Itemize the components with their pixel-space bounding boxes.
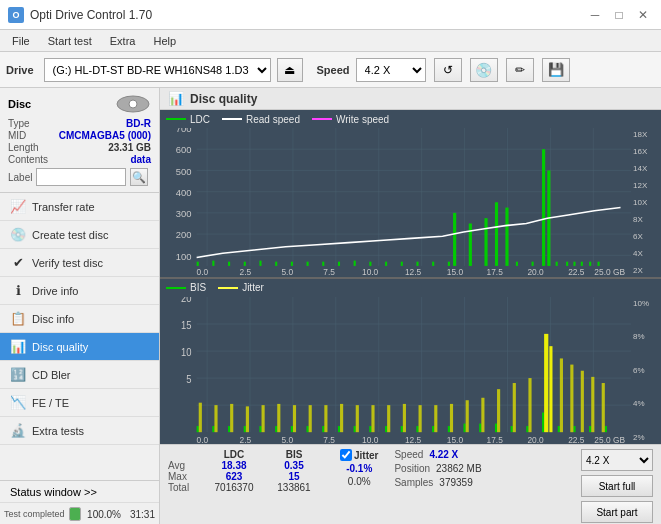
menubar: File Start test Extra Help (0, 30, 661, 52)
cd-bler-icon: 🔢 (10, 367, 26, 383)
svg-rect-92 (259, 426, 261, 432)
menu-start-test[interactable]: Start test (40, 33, 100, 49)
svg-rect-95 (307, 426, 309, 432)
svg-text:2.5: 2.5 (240, 267, 252, 276)
chart2-legend: BIS Jitter (160, 279, 661, 297)
svg-rect-29 (244, 262, 246, 266)
sidebar-item-extra-tests[interactable]: 🔬 Extra tests (0, 417, 159, 445)
speed-select-stats[interactable]: 4.2 X (581, 449, 653, 471)
chart2-svg: 20 15 10 5 (160, 297, 631, 444)
sidebar-item-disc-info[interactable]: 📋 Disc info (0, 305, 159, 333)
svg-rect-129 (419, 405, 422, 432)
svg-text:5: 5 (186, 373, 192, 385)
svg-rect-98 (354, 426, 356, 432)
svg-rect-27 (212, 261, 214, 266)
svg-text:5.0: 5.0 (281, 267, 293, 276)
svg-rect-121 (293, 405, 296, 432)
disc-icon-button[interactable]: 💿 (470, 58, 498, 82)
svg-text:500: 500 (176, 166, 192, 177)
menu-help[interactable]: Help (145, 33, 184, 49)
nav-list: 📈 Transfer rate 💿 Create test disc ✔ Ver… (0, 193, 159, 480)
status-window-button[interactable]: Status window >> (0, 481, 159, 503)
legend-write-speed: Write speed (312, 114, 389, 125)
start-full-button[interactable]: Start full (581, 475, 653, 497)
svg-rect-94 (291, 426, 293, 432)
chart1-legend: LDC Read speed Write speed (160, 110, 661, 128)
svg-rect-100 (385, 426, 387, 432)
svg-rect-104 (448, 426, 450, 432)
app-title: Opti Drive Control 1.70 (30, 8, 152, 22)
speed-select[interactable]: 4.2 X (356, 58, 426, 82)
eject-button[interactable]: ⏏ (277, 58, 303, 82)
refresh-button[interactable]: ↺ (434, 58, 462, 82)
sidebar-item-create-test-disc[interactable]: 💿 Create test disc (0, 221, 159, 249)
content-header-title: Disc quality (190, 92, 257, 106)
svg-rect-26 (197, 262, 199, 266)
svg-rect-112 (573, 426, 575, 432)
jitter-checkbox[interactable] (340, 449, 352, 461)
max-label: Max (168, 471, 204, 482)
transfer-rate-icon: 📈 (10, 199, 26, 215)
drive-label: Drive (6, 64, 34, 76)
speed-position-section: Speed 4.22 X Position 23862 MB Samples 3… (394, 449, 481, 488)
legend-read-speed: Read speed (222, 114, 300, 125)
svg-rect-103 (432, 426, 434, 432)
svg-text:17.5: 17.5 (487, 267, 504, 276)
disc-quality-icon: 📊 (10, 339, 26, 355)
bis-header: BIS (264, 449, 324, 460)
legend-write-speed-color (312, 118, 332, 120)
svg-rect-139 (560, 358, 563, 432)
speed-stat-value: 4.22 X (429, 449, 458, 460)
svg-rect-118 (246, 406, 249, 432)
menu-file[interactable]: File (4, 33, 38, 49)
avg-label: Avg (168, 460, 204, 471)
svg-rect-108 (511, 426, 513, 432)
menu-extra[interactable]: Extra (102, 33, 144, 49)
svg-text:12.5: 12.5 (405, 267, 422, 276)
disc-info-icon: 📋 (10, 311, 26, 327)
svg-rect-143 (602, 383, 605, 432)
svg-rect-131 (450, 403, 453, 431)
label-search-button[interactable]: 🔍 (130, 168, 148, 186)
save-button[interactable]: 💾 (542, 58, 570, 82)
progress-bar (69, 507, 81, 521)
drive-select[interactable]: (G:) HL-DT-ST BD-RE WH16NS48 1.D3 (44, 58, 271, 82)
sidebar-item-transfer-rate[interactable]: 📈 Transfer rate (0, 193, 159, 221)
close-button[interactable]: ✕ (633, 5, 653, 25)
svg-text:20.0: 20.0 (527, 434, 543, 444)
disc-label-input[interactable] (36, 168, 126, 186)
position-value: 23862 MB (436, 463, 482, 474)
ldc-header: LDC (204, 449, 264, 460)
svg-rect-91 (244, 426, 246, 432)
type-label: Type (8, 118, 30, 129)
total-label: Total (168, 482, 204, 493)
titlebar: O Opti Drive Control 1.70 ─ □ ✕ (0, 0, 661, 30)
statusbar: Status window >> Test completed 100.0% 3… (0, 480, 159, 524)
edit-icon-button[interactable]: ✏ (506, 58, 534, 82)
action-section: 4.2 X Start full Start part (581, 449, 653, 523)
chart1-right-axis: 18X 16X 14X 12X 10X 8X 6X 4X 2X (631, 128, 661, 277)
status-window-label: Status window >> (10, 486, 97, 498)
sidebar-item-drive-info[interactable]: ℹ Drive info (0, 277, 159, 305)
minimize-button[interactable]: ─ (585, 5, 605, 25)
time-text: 31:31 (125, 509, 155, 520)
sidebar-item-fe-te[interactable]: 📉 FE / TE (0, 389, 159, 417)
disc-label-label: Label (8, 172, 32, 183)
sidebar-item-cd-bler[interactable]: 🔢 CD Bler (0, 361, 159, 389)
disc-icon (115, 94, 151, 114)
svg-text:25.0 GB: 25.0 GB (594, 434, 625, 444)
maximize-button[interactable]: □ (609, 5, 629, 25)
svg-rect-135 (513, 383, 516, 432)
svg-text:7.5: 7.5 (323, 267, 335, 276)
sidebar-item-verify-test-disc[interactable]: ✔ Verify test disc (0, 249, 159, 277)
sidebar-item-disc-quality[interactable]: 📊 Disc quality (0, 333, 159, 361)
svg-rect-111 (558, 426, 560, 432)
svg-text:15: 15 (181, 319, 192, 331)
svg-text:15.0: 15.0 (447, 267, 464, 276)
extra-tests-icon: 🔬 (10, 423, 26, 439)
svg-point-1 (129, 100, 137, 108)
svg-rect-132 (466, 400, 469, 432)
svg-rect-33 (307, 262, 309, 266)
start-part-button[interactable]: Start part (581, 501, 653, 523)
legend-write-speed-label: Write speed (336, 114, 389, 125)
